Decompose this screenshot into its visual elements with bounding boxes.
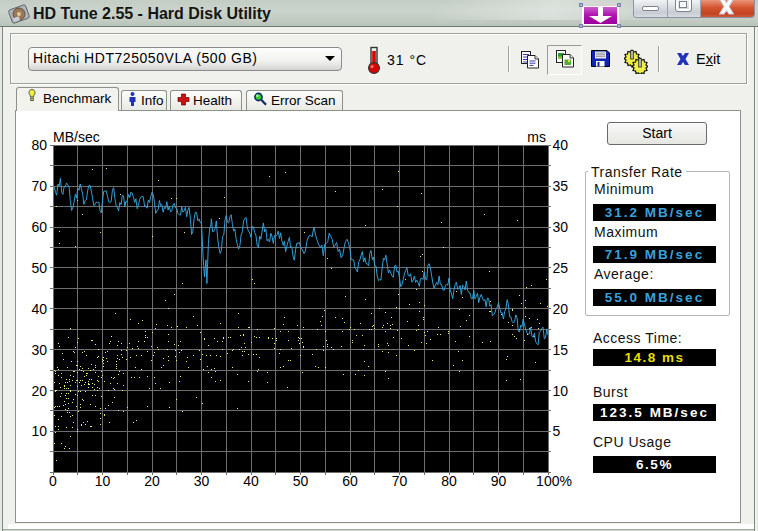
svg-text:40: 40 xyxy=(243,473,259,489)
svg-text:30: 30 xyxy=(553,219,569,235)
svg-text:30: 30 xyxy=(194,473,210,489)
svg-text:20: 20 xyxy=(144,473,160,489)
svg-text:80: 80 xyxy=(31,137,47,153)
svg-text:5: 5 xyxy=(553,423,561,439)
svg-text:15: 15 xyxy=(553,342,569,358)
svg-text:35: 35 xyxy=(553,178,569,194)
svg-text:90: 90 xyxy=(491,473,507,489)
svg-text:MB/sec: MB/sec xyxy=(53,129,100,145)
svg-text:20: 20 xyxy=(31,383,47,399)
svg-text:10: 10 xyxy=(31,423,47,439)
svg-text:ms: ms xyxy=(527,129,546,145)
svg-text:0: 0 xyxy=(49,473,57,489)
svg-text:50: 50 xyxy=(293,473,309,489)
svg-text:60: 60 xyxy=(31,219,47,235)
svg-text:70: 70 xyxy=(31,178,47,194)
svg-text:25: 25 xyxy=(553,260,569,276)
svg-text:30: 30 xyxy=(31,342,47,358)
svg-text:80: 80 xyxy=(441,473,457,489)
svg-text:40: 40 xyxy=(31,301,47,317)
svg-text:20: 20 xyxy=(553,301,569,317)
svg-text:60: 60 xyxy=(342,473,358,489)
svg-text:70: 70 xyxy=(392,473,408,489)
svg-text:50: 50 xyxy=(31,260,47,276)
svg-text:10: 10 xyxy=(553,383,569,399)
svg-text:40: 40 xyxy=(553,137,569,153)
svg-text:100%: 100% xyxy=(536,473,572,489)
svg-text:10: 10 xyxy=(95,473,111,489)
